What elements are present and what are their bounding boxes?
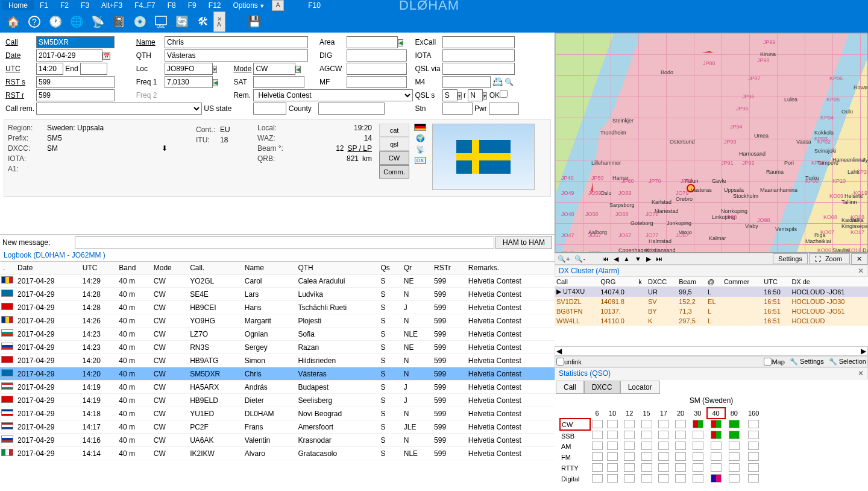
map-panel[interactable]: KirunaBodoRovaniemiLuleaOuluSteinkjerTro… <box>555 33 868 253</box>
stats-cell[interactable] <box>624 474 635 483</box>
ok-checkbox[interactable] <box>500 90 508 98</box>
stats-cell[interactable] <box>658 463 669 472</box>
stats-cell[interactable] <box>592 463 603 472</box>
stats-cell[interactable] <box>624 463 635 472</box>
stats-cell[interactable] <box>729 420 740 428</box>
map-close-icon[interactable]: ✕ <box>851 253 867 265</box>
stats-cell[interactable] <box>641 452 652 461</box>
tools-icon[interactable]: 🛠 <box>192 13 213 31</box>
stats-cell[interactable] <box>658 431 669 439</box>
globe-small-icon[interactable]: 🌍 <box>416 134 425 142</box>
cw-button[interactable]: CW <box>379 151 409 165</box>
stats-cell[interactable] <box>748 452 759 461</box>
unlink-checkbox[interactable] <box>556 358 564 366</box>
satellite-icon[interactable]: 📡 <box>87 13 108 31</box>
qth-input[interactable] <box>165 49 308 62</box>
menu-f12[interactable]: F12 <box>203 1 227 10</box>
zoom-out-icon[interactable]: 🔍- <box>572 255 588 263</box>
menu-f47[interactable]: F4..F7 <box>128 1 162 10</box>
call-input[interactable] <box>36 36 115 48</box>
new-message-input[interactable] <box>75 236 494 249</box>
rem-select[interactable]: Helvetia Contest <box>253 89 413 101</box>
callrem-select[interactable] <box>36 103 202 115</box>
freq1-dropdown[interactable]: ◀ <box>213 79 218 86</box>
help-icon[interactable]: ? <box>24 13 45 31</box>
table-row[interactable]: 2017-04-2914:2340 mCWLZ7OOgnianSofiaSNLE… <box>0 328 555 341</box>
nav-next-icon[interactable]: ▶ <box>644 255 653 263</box>
menu-f3[interactable]: F3 <box>75 1 95 10</box>
calendar-icon[interactable]: 📅 <box>102 52 110 60</box>
zoom-in-icon[interactable]: 🔍+ <box>555 255 572 263</box>
dx-row[interactable]: WW4LL14110.0K297,5L16:51HOCLOUD <box>555 316 868 326</box>
stats-cell[interactable] <box>711 463 722 472</box>
qsl-button[interactable]: qsl <box>379 138 409 151</box>
comm-button[interactable]: Comm. <box>379 165 409 179</box>
notebook-icon[interactable]: 📓 <box>108 13 129 31</box>
qsl-icon[interactable]: QSL <box>150 13 171 31</box>
menu-altf3[interactable]: Alt+F3 <box>95 1 128 10</box>
table-row[interactable]: 2017-04-2914:1440 mCWIK2IKWAlvaroGrataca… <box>0 447 555 460</box>
loc-input[interactable] <box>165 63 213 75</box>
refresh-icon[interactable]: 🔄 <box>171 13 192 31</box>
table-row[interactable]: 2017-04-2914:2840 mCWHB9CEIHansTschächli… <box>0 301 555 314</box>
table-row[interactable]: 2017-04-2914:1840 mCWYU1EDDL0HAMNovi Beo… <box>0 407 555 420</box>
stats-cell[interactable] <box>592 474 603 483</box>
stats-cell[interactable] <box>607 420 618 428</box>
nav-last-icon[interactable]: ⏭ <box>653 255 665 262</box>
sat-small-icon[interactable]: 📡 <box>416 145 425 154</box>
stats-cell[interactable] <box>748 431 759 439</box>
table-row[interactable]: 2017-04-2914:2940 mCWYO2GLCarolCalea Ara… <box>0 274 555 288</box>
agcw-input[interactable] <box>347 63 407 75</box>
stats-cell[interactable] <box>607 474 618 483</box>
qslr-input[interactable] <box>468 89 483 101</box>
menu-f1[interactable]: F1 <box>34 1 54 10</box>
dig-input[interactable] <box>347 49 407 62</box>
save-icon[interactable]: 💾 <box>244 13 265 31</box>
stats-cell[interactable] <box>729 452 740 461</box>
stats-cell[interactable] <box>693 420 703 428</box>
dxcc-down-icon[interactable]: ⬇ <box>162 144 168 153</box>
stats-close-icon[interactable]: ✕ <box>858 369 864 378</box>
iota-input[interactable] <box>442 49 515 62</box>
table-row[interactable]: 2017-04-2914:2040 mCWSM5DXRChrisVästeras… <box>0 367 555 381</box>
date-input[interactable] <box>36 49 102 62</box>
stats-cell[interactable] <box>624 420 635 428</box>
cat-button[interactable]: cat <box>379 124 409 137</box>
table-row[interactable]: 2017-04-2914:1940 mCWHA5ARXAndrásBudapes… <box>0 381 555 394</box>
stats-cell[interactable] <box>729 431 740 439</box>
stats-cell[interactable] <box>592 420 603 428</box>
stats-cell[interactable] <box>711 452 722 461</box>
freq1-input[interactable] <box>165 76 213 88</box>
stats-cell[interactable] <box>693 452 703 461</box>
stats-cell[interactable] <box>711 420 722 428</box>
menu-home[interactable]: Home <box>2 1 34 10</box>
stats-cell[interactable] <box>658 442 669 450</box>
dx-scroll-left[interactable]: ◀ <box>556 347 562 355</box>
map-settings-button[interactable]: Settings <box>773 253 808 264</box>
stn-input[interactable] <box>442 103 473 115</box>
stats-cell[interactable] <box>693 431 703 439</box>
loc-dropdown[interactable]: ▾ <box>213 66 217 73</box>
table-row[interactable]: 2017-04-2914:1640 mCWUA6AKValentinKrasno… <box>0 434 555 447</box>
stats-cell[interactable] <box>748 463 759 472</box>
mode-input[interactable] <box>253 63 295 75</box>
tab-call[interactable]: Call <box>556 381 584 394</box>
utc-input[interactable] <box>36 63 63 75</box>
stats-cell[interactable] <box>641 420 652 428</box>
table-row[interactable]: 2017-04-2914:2340 mCWRN3SSergeyRazanSNE5… <box>0 341 555 354</box>
end-input[interactable] <box>80 63 107 75</box>
flag-de-icon[interactable] <box>414 124 426 131</box>
home-icon[interactable]: 🏠 <box>2 13 24 31</box>
m4-input[interactable] <box>442 76 491 88</box>
rsts-input[interactable] <box>36 76 115 88</box>
table-row[interactable]: 2017-04-2914:2840 mCWSE4ELarsLudvikaSN59… <box>0 288 555 301</box>
dx-map-checkbox[interactable] <box>764 358 772 366</box>
stats-cell[interactable] <box>711 442 722 450</box>
menu-f9[interactable]: F9 <box>182 1 203 10</box>
dx-row[interactable]: SV1DZL14081.8SV152,2EL16:51HOCLOUD -JO30 <box>555 297 868 306</box>
qslvia-input[interactable] <box>442 63 515 75</box>
stats-cell[interactable] <box>711 431 722 439</box>
stats-cell[interactable] <box>693 474 703 483</box>
stats-cell[interactable] <box>641 442 652 450</box>
stats-cell[interactable] <box>658 420 669 428</box>
